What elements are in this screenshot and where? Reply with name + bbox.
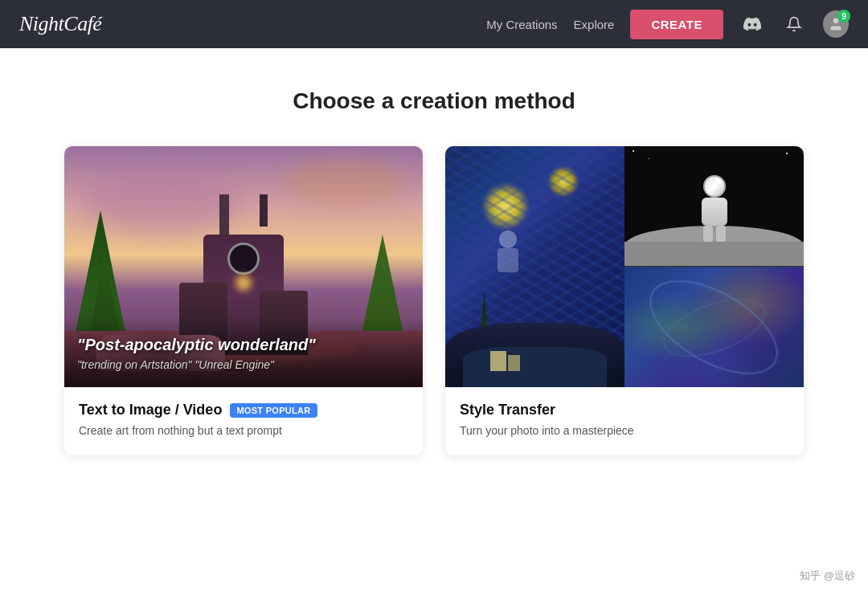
create-button[interactable]: CREATE xyxy=(630,10,723,39)
text-to-image-title: Text to Image / Video xyxy=(79,402,222,418)
cards-grid: "Post-apocalyptic wonderland" "trending … xyxy=(64,146,804,455)
tti-text-overlay: "Post-apocalyptic wonderland" "trending … xyxy=(64,318,423,387)
navbar: NightCafé My Creations Explore CREATE xyxy=(0,0,868,48)
text-to-image-card[interactable]: "Post-apocalyptic wonderland" "trending … xyxy=(64,146,423,455)
tti-quote: "Post-apocalyptic wonderland" xyxy=(77,334,410,355)
nav-explore[interactable]: Explore xyxy=(574,18,615,31)
navbar-right: My Creations Explore CREATE 9 xyxy=(486,10,849,39)
notifications-icon[interactable] xyxy=(781,11,807,37)
text-to-image-image: "Post-apocalyptic wonderland" "trending … xyxy=(64,146,423,387)
style-transfer-title-row: Style Transfer xyxy=(460,402,789,418)
text-to-image-title-row: Text to Image / Video MOST POPULAR xyxy=(79,402,408,418)
watermark: 知乎 @逗砂 xyxy=(800,569,855,583)
user-avatar-container[interactable]: 9 xyxy=(823,11,849,37)
nav-my-creations[interactable]: My Creations xyxy=(486,18,557,31)
style-transfer-image xyxy=(445,146,804,387)
page-title: Choose a creation method xyxy=(64,88,804,114)
discord-icon[interactable] xyxy=(739,11,765,37)
tti-subtitle: "trending on Artstation" "Unreal Engine" xyxy=(77,358,410,371)
most-popular-badge: MOST POPULAR xyxy=(230,403,317,418)
style-transfer-title: Style Transfer xyxy=(460,402,555,418)
main-content: Choose a creation method xyxy=(0,48,868,596)
style-transfer-info: Style Transfer Turn your photo into a ma… xyxy=(445,387,804,455)
style-transfer-description: Turn your photo into a masterpiece xyxy=(460,423,789,439)
app-logo[interactable]: NightCafé xyxy=(19,12,101,36)
style-transfer-card[interactable]: Style Transfer Turn your photo into a ma… xyxy=(445,146,804,455)
text-to-image-description: Create art from nothing but a text promp… xyxy=(79,423,408,439)
text-to-image-info: Text to Image / Video MOST POPULAR Creat… xyxy=(64,387,423,455)
notification-count-badge: 9 xyxy=(837,10,850,22)
